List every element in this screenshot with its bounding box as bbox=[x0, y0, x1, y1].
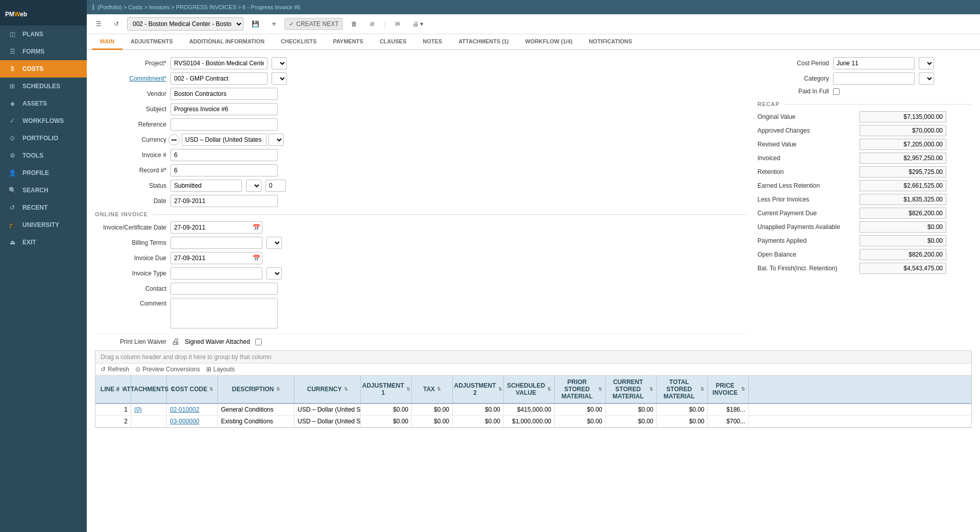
currency-select-dropdown[interactable] bbox=[268, 134, 284, 146]
currency-input[interactable] bbox=[182, 134, 266, 146]
tab-attachments[interactable]: ATTACHMENTS (1) bbox=[450, 34, 517, 50]
billing-terms-select[interactable] bbox=[266, 237, 282, 249]
invoice-due-input[interactable] bbox=[170, 252, 262, 264]
tab-checklists[interactable]: CHECKLISTS bbox=[273, 34, 325, 50]
original-value-field bbox=[860, 111, 946, 122]
table-row: 2 03-000000 Existing Conditions USD – Do… bbox=[95, 416, 971, 427]
cell-attach-2 bbox=[131, 416, 167, 427]
commitment-input[interactable] bbox=[170, 72, 267, 85]
project-input[interactable] bbox=[170, 57, 267, 69]
reference-input[interactable] bbox=[170, 118, 278, 131]
tab-adjustments[interactable]: ADJUSTMENTS bbox=[122, 34, 181, 50]
plans-icon: ◫ bbox=[7, 31, 17, 38]
sidebar-item-label: Assets bbox=[22, 100, 47, 107]
sidebar-item-label: Tools bbox=[22, 152, 43, 159]
billing-terms-input[interactable] bbox=[170, 237, 262, 249]
preview-conversions-button[interactable]: ⊙ Preview Conversions bbox=[135, 366, 200, 373]
sidebar-item-plans[interactable]: ◫ Plans bbox=[0, 26, 87, 43]
currency-dots-button[interactable]: ••• bbox=[168, 134, 180, 145]
sidebar-item-schedules[interactable]: ⊞ Schedules bbox=[0, 78, 87, 95]
unapplied-payments-label: Unapplied Payments Available bbox=[757, 223, 860, 231]
cell-attach-1[interactable]: (0) bbox=[131, 404, 167, 415]
date-input[interactable] bbox=[170, 195, 278, 207]
sidebar-item-exit[interactable]: ⏏ Exit bbox=[0, 234, 87, 251]
sidebar-item-tools[interactable]: ⚙ Tools bbox=[0, 147, 87, 164]
invoice-type-input[interactable] bbox=[170, 267, 262, 280]
sidebar-item-portfolio[interactable]: ⊙ Portfolio bbox=[0, 130, 87, 147]
comment-textarea[interactable] bbox=[170, 298, 278, 328]
cell-cost-code-1[interactable]: 02-010002 bbox=[167, 404, 218, 415]
project-select[interactable]: 002 - Boston Medical Center - Bosto bbox=[127, 17, 243, 31]
status-select-dropdown[interactable] bbox=[246, 180, 261, 192]
email-button[interactable]: ✉ bbox=[391, 18, 404, 30]
sidebar-item-forms[interactable]: ☰ Forms bbox=[0, 43, 87, 60]
create-next-button[interactable]: ✓ CREATE NEXT bbox=[284, 18, 343, 30]
refresh-button[interactable]: ↺ Refresh bbox=[101, 366, 129, 373]
cell-curr-1: $0.00 bbox=[606, 404, 657, 415]
sidebar-item-costs[interactable]: $ Costs bbox=[0, 60, 87, 78]
commitment-select-dropdown[interactable] bbox=[272, 72, 287, 85]
sidebar-item-search[interactable]: 🔍 Search bbox=[0, 182, 87, 199]
sort-icon: ⇅ bbox=[437, 387, 441, 392]
date-label: Date bbox=[95, 197, 166, 205]
cell-cost-code-2[interactable]: 03-000000 bbox=[167, 416, 218, 427]
layouts-button[interactable]: ⊞ Layouts bbox=[206, 366, 235, 373]
sidebar-item-workflows[interactable]: ✓ Workflows bbox=[0, 112, 87, 130]
tab-payments[interactable]: PAYMENTS bbox=[325, 34, 371, 50]
form-area: Project* Commitment* Vendor Subject bbox=[87, 50, 980, 532]
cell-adj2-2: $0.00 bbox=[453, 416, 504, 427]
print-button[interactable]: 🖨 ▾ bbox=[408, 18, 427, 30]
cell-desc-1: General Conditions bbox=[218, 404, 295, 415]
cell-adj1-2: $0.00 bbox=[361, 416, 412, 427]
col-header-adj1: ADJUSTMENT 1 ⇅ bbox=[361, 375, 412, 403]
tab-notifications[interactable]: NOTIFICATIONS bbox=[581, 34, 641, 50]
contact-input[interactable] bbox=[170, 283, 278, 295]
sidebar-item-assets[interactable]: ◈ Assets bbox=[0, 95, 87, 112]
form-right-col: Cost Period Category Paid In Full RECAP bbox=[757, 57, 972, 346]
col-header-curr: CURRENT STORED MATERIAL ⇅ bbox=[606, 375, 657, 403]
invoice-type-select[interactable] bbox=[266, 267, 282, 280]
invoice-cert-date-input[interactable] bbox=[170, 221, 262, 234]
cell-tax-2: $0.00 bbox=[412, 416, 453, 427]
status-num-input[interactable] bbox=[265, 180, 286, 192]
save-button[interactable]: 💾 bbox=[248, 18, 263, 30]
sidebar-item-profile[interactable]: 👤 Profile bbox=[0, 164, 87, 182]
cost-period-select[interactable] bbox=[919, 57, 934, 69]
invoice-num-input[interactable] bbox=[170, 149, 278, 161]
tab-additional[interactable]: ADDITIONAL INFORMATION bbox=[181, 34, 273, 50]
sidebar: PMWeb ◫ Plans ☰ Forms $ Costs ⊞ Schedule… bbox=[0, 0, 87, 532]
sort-icon: ⇅ bbox=[344, 387, 348, 392]
record-num-input[interactable] bbox=[170, 164, 278, 176]
vendor-input[interactable] bbox=[170, 88, 278, 100]
hamburger-button[interactable]: ☰ bbox=[92, 18, 106, 30]
signed-waiver-checkbox[interactable] bbox=[255, 339, 262, 345]
tab-workflow[interactable]: WORKFLOW (1/4) bbox=[517, 34, 581, 50]
earned-less-retention-field bbox=[860, 180, 946, 191]
sidebar-item-recent[interactable]: ↺ Recent bbox=[0, 199, 87, 216]
subject-input[interactable] bbox=[170, 103, 278, 115]
tab-clauses[interactable]: CLAUSES bbox=[372, 34, 415, 50]
add-button[interactable]: + bbox=[267, 17, 280, 31]
table-row: 1 (0) 02-010002 General Conditions USD –… bbox=[95, 404, 971, 416]
tab-main[interactable]: MAIN bbox=[92, 34, 122, 50]
col-header-attach: ATTACHMENTS ⇅ bbox=[131, 375, 167, 403]
cost-period-input[interactable] bbox=[833, 57, 915, 69]
col-header-prior: PRIOR STORED MATERIAL ⇅ bbox=[555, 375, 606, 403]
status-input[interactable] bbox=[170, 180, 242, 192]
sidebar-item-university[interactable]: 🎓 University bbox=[0, 216, 87, 234]
undo-button[interactable]: ↺ bbox=[110, 18, 123, 30]
cell-price-1: $186... bbox=[708, 404, 749, 415]
delete-button[interactable]: 🗑 bbox=[347, 18, 361, 30]
sidebar-item-label: Schedules bbox=[22, 83, 60, 90]
project-select-dropdown[interactable] bbox=[272, 57, 287, 69]
void-button[interactable]: ⊘ bbox=[365, 18, 379, 30]
category-select[interactable] bbox=[919, 72, 934, 85]
paid-in-full-checkbox[interactable] bbox=[833, 88, 840, 95]
tabs: MAIN ADJUSTMENTS ADDITIONAL INFORMATION … bbox=[87, 34, 980, 50]
university-icon: 🎓 bbox=[7, 221, 17, 229]
commitment-label[interactable]: Commitment* bbox=[95, 75, 166, 82]
sort-icon: ⇅ bbox=[547, 387, 551, 392]
category-input[interactable] bbox=[833, 72, 915, 85]
print-icon[interactable]: 🖨 bbox=[172, 337, 180, 346]
tab-notes[interactable]: NOTES bbox=[414, 34, 450, 50]
